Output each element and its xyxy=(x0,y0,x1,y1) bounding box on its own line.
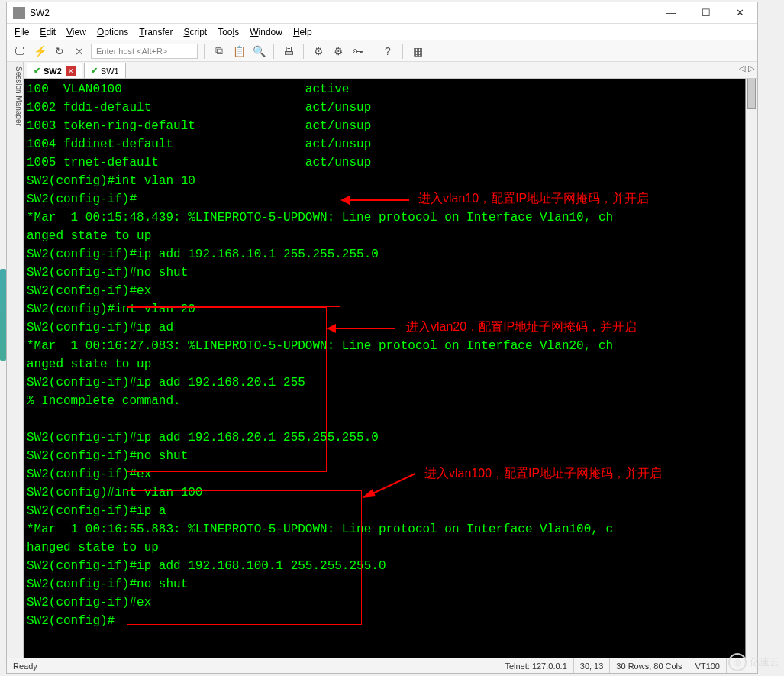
status-size: 30 Rows, 80 Cols xyxy=(610,658,689,673)
menu-help[interactable]: Help xyxy=(293,27,312,37)
tab-label: SW1 xyxy=(101,66,119,76)
window-title: SW2 xyxy=(30,8,654,18)
status-ready: Ready xyxy=(7,658,44,673)
app-window: SW2 — ☐ ✕ File Edit View Options Transfe… xyxy=(6,2,758,674)
key-icon[interactable]: 🗝 xyxy=(350,43,366,60)
menu-window[interactable]: Window xyxy=(250,27,282,37)
status-connection: Telnet: 127.0.0.1 xyxy=(498,658,573,673)
reconnect-icon[interactable]: ↻ xyxy=(51,43,68,60)
session-options-icon[interactable]: ⚙ xyxy=(330,43,347,60)
status-cursor: 30, 13 xyxy=(574,658,611,673)
menubar: File Edit View Options Transfer Script T… xyxy=(7,24,757,40)
statusbar: Ready Telnet: 127.0.0.1 30, 13 30 Rows, … xyxy=(7,658,757,673)
host-input[interactable]: Enter host <Alt+R> xyxy=(91,44,198,59)
tab-prev-icon[interactable]: ◁ xyxy=(739,63,745,73)
disconnect-icon[interactable]: ⤫ xyxy=(71,43,88,60)
menu-transfer[interactable]: Transfer xyxy=(139,27,173,37)
watermark-text: 亿速云 xyxy=(750,655,779,669)
check-icon: ✔ xyxy=(91,66,98,76)
menu-edit[interactable]: Edit xyxy=(40,27,56,37)
watermark: ◎ 亿速云 xyxy=(728,653,779,671)
about-icon[interactable]: ▦ xyxy=(409,43,426,60)
separator xyxy=(402,44,403,59)
menu-tools[interactable]: Tools xyxy=(218,27,239,37)
find-icon[interactable]: 🔍 xyxy=(250,43,267,60)
paste-icon[interactable]: 📋 xyxy=(231,43,247,60)
tab-label: SW2 xyxy=(44,66,62,76)
toolbar: 🖵 ⚡ ↻ ⤫ Enter host <Alt+R> ⧉ 📋 🔍 🖶 ⚙ ⚙ 🗝… xyxy=(7,40,757,62)
session-manager-icon[interactable]: 🖵 xyxy=(11,43,28,60)
copy-icon[interactable]: ⧉ xyxy=(211,43,227,60)
quick-connect-icon[interactable]: ⚡ xyxy=(31,43,48,60)
watermark-icon: ◎ xyxy=(728,653,747,671)
menu-file[interactable]: File xyxy=(15,27,29,37)
help-icon[interactable]: ? xyxy=(379,43,396,60)
tab-next-icon[interactable]: ▷ xyxy=(748,63,754,73)
separator xyxy=(273,44,274,59)
menu-script[interactable]: Script xyxy=(184,27,208,37)
session-manager-tab[interactable]: Session Manager xyxy=(7,62,24,658)
external-decoration xyxy=(0,269,6,361)
menu-options[interactable]: Options xyxy=(97,27,128,37)
tab-sw1[interactable]: ✔ SW1 xyxy=(84,63,126,78)
maximize-button[interactable]: ☐ xyxy=(689,2,723,24)
check-icon: ✔ xyxy=(34,66,40,76)
app-icon xyxy=(13,7,25,19)
scrollbar[interactable] xyxy=(745,79,757,658)
terminal-output[interactable]: 100 VLAN0100 active 1002 fddi-default ac… xyxy=(27,80,744,656)
tab-sw2[interactable]: ✔ SW2 ✕ xyxy=(27,63,82,78)
tabbar: ✔ SW2 ✕ ✔ SW1 ◁ ▷ xyxy=(24,62,757,79)
status-emulation: VT100 xyxy=(689,658,727,673)
print-icon[interactable]: 🖶 xyxy=(280,43,297,60)
separator xyxy=(204,44,205,59)
separator xyxy=(373,44,373,59)
terminal[interactable]: 100 VLAN0100 active 1002 fddi-default ac… xyxy=(24,79,757,658)
minimize-button[interactable]: — xyxy=(654,2,689,24)
close-button[interactable]: ✕ xyxy=(723,2,757,24)
close-tab-icon[interactable]: ✕ xyxy=(66,66,76,76)
menu-view[interactable]: View xyxy=(66,27,86,37)
scrollbar-thumb[interactable] xyxy=(747,79,756,109)
separator xyxy=(303,44,304,59)
options-icon[interactable]: ⚙ xyxy=(310,43,327,60)
titlebar[interactable]: SW2 — ☐ ✕ xyxy=(7,2,757,24)
